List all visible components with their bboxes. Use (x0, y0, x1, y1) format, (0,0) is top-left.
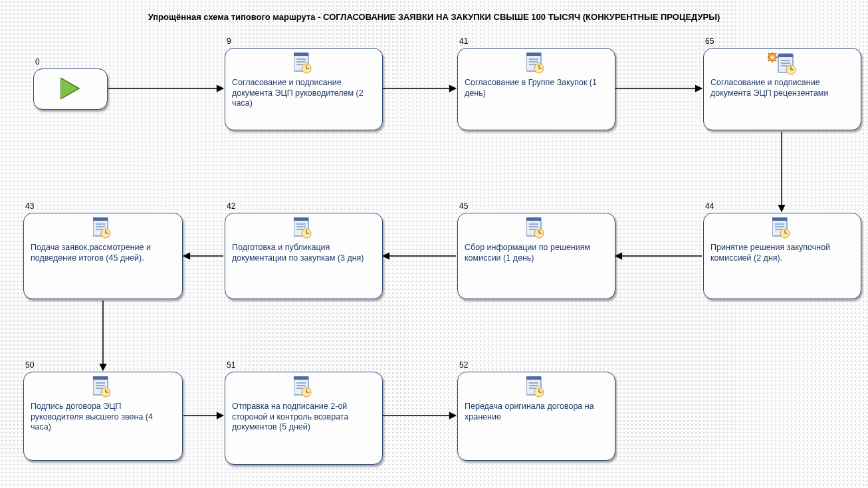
node-number: 50 (25, 360, 34, 370)
node-label: Подача заявок,рассмотрение и подведение … (31, 243, 175, 263)
node-number: 41 (459, 37, 468, 47)
node-label: Передача оригинала договора на хранение (465, 402, 608, 422)
diagram-title: Упрощённая схема типового маршрута - СОГ… (0, 12, 868, 22)
task-node-43[interactable]: 43 Подача заявок,рассмотрение и подведен… (23, 213, 183, 299)
document-clock-icon (93, 376, 113, 399)
document-clock-icon (294, 376, 314, 399)
document-clock-icon (526, 376, 546, 399)
document-clock-icon (526, 53, 546, 75)
node-label: Подпись договора ЭЦП руководителя высшег… (31, 402, 175, 433)
document-clock-icon (772, 217, 792, 240)
task-node-41[interactable]: 41 Согласование в Группе Закупок (1 день… (457, 48, 615, 130)
node-label: Согласование и подписание документа ЭЦП … (710, 78, 854, 98)
task-node-45[interactable]: 45 Сбор информации по решениям комиссии … (457, 213, 615, 299)
document-clock-icon (526, 217, 546, 240)
node-label: Согласование в Группе Закупок (1 день) (465, 78, 608, 98)
document-clock-icon (294, 53, 314, 75)
node-number: 9 (227, 37, 231, 47)
node-number: 44 (705, 201, 714, 211)
node-label: Принятие решения закупочной комиссией (2… (710, 243, 854, 263)
node-number: 52 (459, 360, 468, 370)
task-node-9[interactable]: 9 Согласование и подписание документа ЭЦ… (225, 48, 383, 130)
node-number: 43 (25, 201, 34, 211)
start-node[interactable]: 0 (33, 68, 108, 110)
node-label: Согласование и подписание документа ЭЦП … (232, 78, 376, 109)
node-number: 65 (705, 37, 714, 47)
task-node-65[interactable]: 65 Согласование и подписание документа Э… (703, 48, 861, 130)
node-label: Подготовка и публикация документации по … (232, 243, 376, 263)
document-clock-icon (93, 217, 113, 240)
task-node-50[interactable]: 50 Подпись договора ЭЦП руководителя выс… (23, 372, 183, 461)
document-clock-icon (294, 217, 314, 240)
task-node-52[interactable]: 52 Передача оригинала договора на хранен… (457, 372, 615, 461)
node-label: Отправка на подписание 2-ой стороной и к… (232, 402, 376, 433)
node-number: 0 (35, 57, 40, 66)
task-node-51[interactable]: 51 Отправка на подписание 2-ой стороной … (225, 372, 383, 465)
node-label: Сбор информации по решениям комиссии (1 … (465, 243, 608, 263)
play-icon (60, 78, 80, 100)
node-number: 45 (459, 201, 468, 211)
task-node-44[interactable]: 44 Принятие решения закупочной комиссией… (703, 213, 861, 299)
gear-document-icon (768, 53, 797, 76)
node-number: 42 (227, 201, 235, 211)
task-node-42[interactable]: 42 Подготовка и публикация документации … (225, 213, 383, 299)
node-number: 51 (227, 360, 235, 370)
